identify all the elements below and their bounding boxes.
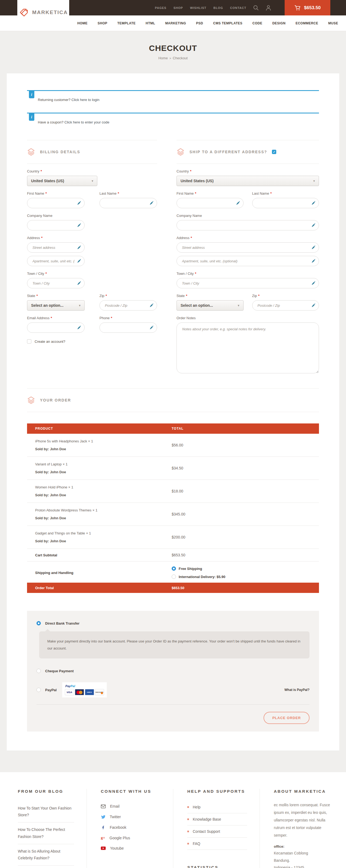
shipping-company-input[interactable]: [176, 220, 319, 230]
payment-bank-transfer[interactable]: Direct Bank Transfer: [36, 621, 310, 625]
radio-icon[interactable]: [36, 688, 41, 692]
main-nav-link[interactable]: SHOP: [98, 21, 107, 25]
pen-icon: [77, 223, 81, 227]
billing-country-select[interactable]: United States (US)▼: [27, 176, 97, 186]
billing-apartment-input[interactable]: [27, 256, 84, 266]
order-notes-textarea[interactable]: [176, 322, 319, 373]
main-nav-link[interactable]: PSD: [196, 21, 203, 25]
shipping-last-name-input[interactable]: [252, 198, 319, 208]
shipping-street-input[interactable]: [176, 242, 319, 253]
cart-button[interactable]: $653.50: [285, 0, 330, 16]
product-name: Gadget and Things on the Table × 1: [35, 531, 161, 535]
cart-subtotal-row: Cart Subtotal $653.50: [27, 549, 319, 561]
billing-street-input[interactable]: [27, 242, 84, 253]
product-total: $56.00: [172, 443, 319, 447]
main-nav-link[interactable]: HTML: [146, 21, 155, 25]
main-nav-link[interactable]: MARKETING: [165, 21, 186, 25]
social-googleplus-link[interactable]: g+ Google Plus: [101, 833, 161, 843]
required-asterisk: [44, 191, 47, 195]
social-twitter-link[interactable]: Twitter: [101, 811, 161, 822]
shipping-state-select[interactable]: Select an option...▼: [176, 300, 244, 311]
product-total: $18.00: [172, 489, 319, 493]
shipping-country-select[interactable]: United States (US)▼: [176, 176, 319, 186]
social-youtube-link[interactable]: Youtube: [101, 843, 161, 854]
required-asterisk: [257, 294, 260, 298]
shipping-option-free[interactable]: Free Shipping: [172, 566, 319, 571]
blog-link[interactable]: How To Choose The Perfect Fashion Store?: [18, 823, 74, 844]
breadcrumb-current: Checkout: [173, 56, 187, 60]
radio-selected-icon[interactable]: [172, 566, 176, 571]
top-nav-link-pages[interactable]: PAGES: [155, 6, 167, 9]
blog-link[interactable]: How To Start Your Own Fashion Store?: [18, 801, 74, 823]
main-nav-link[interactable]: ECOMMERCE: [296, 21, 318, 25]
login-link[interactable]: Click here to login: [71, 98, 99, 102]
paypal-logo: PayPal: [65, 684, 104, 688]
main-nav-link[interactable]: CODE: [252, 21, 263, 25]
radio-icon[interactable]: [36, 669, 41, 673]
shipping-handling-label: Shipping and Handling: [27, 571, 172, 575]
footer-connect-title: CONNECT WITH US: [101, 789, 161, 794]
search-icon[interactable]: [253, 5, 259, 11]
shipping-apartment-input[interactable]: [176, 256, 319, 266]
ship-different-checkbox[interactable]: [272, 150, 276, 154]
order-row: Women Hold iPhone × 1Sold by: John Doe $…: [27, 480, 319, 503]
billing-town-input[interactable]: [27, 278, 84, 288]
youtube-icon: [101, 846, 106, 850]
main-nav-link[interactable]: HOME: [77, 21, 88, 25]
place-order-button[interactable]: PLACE ORDER: [264, 712, 310, 724]
user-icon[interactable]: [266, 5, 271, 11]
chevron-down-icon: ▼: [91, 180, 94, 183]
coupon-link[interactable]: Click here to enter your code: [64, 120, 109, 124]
shipping-zip-input[interactable]: [252, 300, 319, 311]
billing-phone-input[interactable]: [100, 322, 157, 333]
twitter-icon: [101, 814, 105, 819]
social-email-link[interactable]: Email: [101, 801, 161, 811]
billing-email-input[interactable]: [27, 322, 84, 333]
top-nav-link-shop[interactable]: SHOP: [174, 6, 183, 9]
required-asterisk: [39, 169, 42, 173]
footer-blog-title: FROM OUR BLOG: [18, 789, 74, 794]
main-nav-link[interactable]: MUSE: [328, 21, 338, 25]
pen-icon: [311, 303, 315, 307]
shipping-town-input[interactable]: [176, 278, 319, 288]
shipping-option-international[interactable]: International Delivery: $5.90: [172, 575, 319, 579]
order-total-row: Order Total $653.50: [27, 583, 319, 593]
billing-zip-input[interactable]: [100, 300, 157, 311]
top-nav-link-contact[interactable]: CONTACT: [230, 6, 246, 9]
top-nav-link-blog[interactable]: BLOG: [213, 6, 223, 9]
total-column-header: TOTAL: [172, 427, 319, 431]
top-nav-link-wishlist[interactable]: WISHLIST: [190, 6, 207, 9]
billing-phone-label: Phone: [100, 316, 157, 320]
billing-title: BILLING DETAILS: [40, 150, 80, 154]
main-nav-link[interactable]: TEMPLATE: [117, 21, 136, 25]
blog-link[interactable]: What is So Alluring About Celebrity Fash…: [18, 844, 74, 866]
create-account-checkbox[interactable]: [27, 339, 31, 344]
required-asterisk: [110, 316, 112, 320]
radio-icon[interactable]: [172, 575, 176, 579]
billing-state-select[interactable]: Select an option...▼: [27, 300, 84, 311]
help-link: Knowladge Base: [187, 813, 247, 826]
billing-section: BILLING DETAILS Country United States (U…: [27, 140, 157, 374]
square-bullet-icon: [187, 806, 189, 808]
radio-selected-icon[interactable]: [36, 621, 41, 625]
order-table-header: PRODUCT TOTAL: [27, 424, 319, 434]
main-nav-link[interactable]: DESIGN: [272, 21, 285, 25]
main-nav-link[interactable]: CMS TEMPLATES: [213, 21, 242, 25]
blog-link[interactable]: Should You Use Fashion Consultant Servic…: [18, 866, 74, 868]
social-facebook-link[interactable]: Facebook: [101, 822, 161, 833]
facebook-icon: [101, 825, 105, 830]
payment-paypal[interactable]: PayPal PayPal VISA AMEX DISCOVER What is…: [36, 682, 310, 698]
office-line: Kecamatan Coblong: [274, 849, 334, 857]
payment-cheque[interactable]: Cheque Payment: [36, 669, 310, 673]
what-is-paypal-link[interactable]: What is PayPal?: [284, 688, 310, 692]
logo[interactable]: MARKETICA: [17, 0, 69, 25]
office-block: office: Kecamatan Coblong Bandung. Indon…: [274, 844, 334, 868]
billing-last-name-input[interactable]: [100, 198, 157, 208]
shipping-first-name-input[interactable]: [176, 198, 244, 208]
about-text: ec mollis lorem consequat. Fusce ipsum e…: [274, 801, 334, 839]
billing-country-label: Country: [27, 169, 157, 173]
billing-first-name-input[interactable]: [27, 198, 84, 208]
info-icon: i: [29, 91, 34, 98]
billing-company-input[interactable]: [27, 220, 84, 230]
breadcrumb-home-link[interactable]: Home: [159, 56, 168, 60]
